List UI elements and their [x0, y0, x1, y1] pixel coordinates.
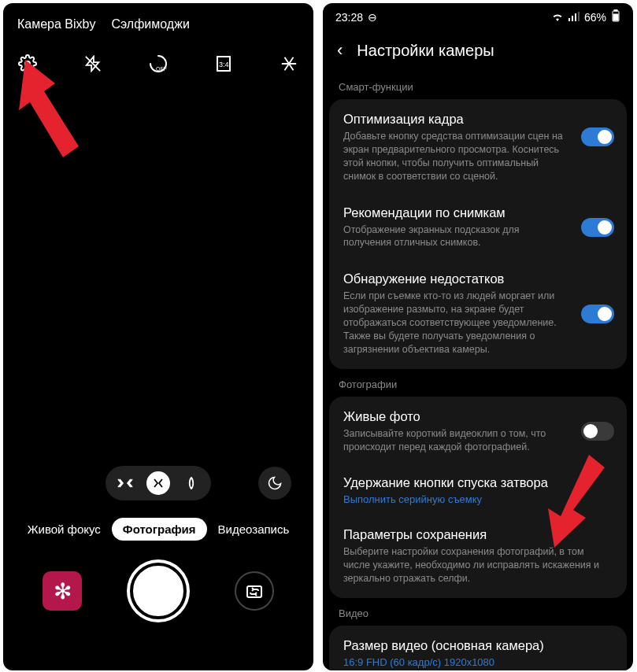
dnd-icon: ⊖ [368, 11, 377, 24]
svg-point-0 [25, 61, 30, 66]
row-video-size[interactable]: Размер видео (основная камера) 16:9 FHD … [329, 627, 627, 670]
zoom-row [3, 466, 313, 500]
status-time: 23:28 [335, 11, 363, 24]
section-video-label: Видео [323, 598, 633, 626]
photos-card: Живые фото Записывайте короткий видеокли… [329, 397, 627, 598]
row-link: 16:9 FHD (60 кадр/с) 1920x1080 [343, 656, 613, 668]
svg-rect-14 [572, 16, 573, 21]
camera-toolbar: OFF 3:4 [3, 39, 313, 88]
gear-icon[interactable] [17, 54, 38, 74]
signal-icon [568, 11, 580, 24]
row-motion-photo[interactable]: Живые фото Записывайте короткий видеокли… [329, 398, 627, 465]
svg-line-5 [285, 57, 290, 64]
tab-selfimoji[interactable]: Сэлфимоджи [111, 17, 189, 31]
mode-livefocus[interactable]: Живой фокус [28, 522, 101, 536]
night-mode-icon[interactable] [258, 467, 291, 500]
page-title: Настройки камеры [357, 42, 494, 60]
svg-line-6 [289, 57, 294, 64]
toggle-flaw-detection[interactable] [581, 305, 614, 323]
svg-rect-15 [575, 13, 576, 21]
wide-lens-icon[interactable] [146, 471, 170, 495]
mode-selector[interactable]: Живой фокус Фотография Видеозапись [3, 500, 313, 555]
row-shot-suggestions[interactable]: Рекомендации по снимкам Отображение экра… [329, 194, 627, 261]
switch-camera-icon[interactable] [235, 571, 274, 611]
row-desc: Добавьте кнопку средства оптимизации сце… [343, 130, 613, 183]
section-smart-label: Смарт-функции [323, 72, 633, 99]
svg-line-10 [289, 64, 294, 70]
ultrawide-lens-icon[interactable] [113, 471, 137, 495]
row-title: Параметры сохранения [343, 527, 613, 542]
shutter-row: ✻ [3, 555, 313, 643]
svg-rect-18 [614, 9, 617, 11]
camera-top-tabs: Камера Bixby Сэлфимоджи [3, 3, 313, 39]
smart-card: Оптимизация кадра Добавьте кнопку средст… [329, 99, 627, 369]
svg-rect-16 [578, 12, 580, 21]
timer-off-icon[interactable]: OFF [148, 54, 169, 74]
flash-off-icon[interactable] [83, 54, 103, 74]
mode-photo[interactable]: Фотография [112, 518, 207, 541]
shutter-button[interactable] [130, 563, 187, 619]
aspect-ratio-icon[interactable]: 3:4 [213, 54, 234, 74]
row-title: Оптимизация кадра [343, 112, 613, 127]
toggle-scene-optimizer[interactable] [581, 127, 614, 146]
row-title: Рекомендации по снимкам [343, 205, 613, 220]
row-title: Удержание кнопки спуска затвора [343, 475, 613, 490]
svg-line-9 [285, 64, 290, 70]
gallery-thumbnail[interactable]: ✻ [43, 571, 82, 611]
camera-settings-screenshot: 23:28 ⊖ 66% ‹ Настройки камеры Смарт-фун… [323, 3, 633, 670]
row-save-options[interactable]: Параметры сохранения Выберите настройки … [329, 516, 627, 596]
battery-text: 66% [584, 11, 606, 24]
row-desc: Выберите настройки сохранения фотографий… [343, 545, 613, 585]
svg-text:OFF: OFF [156, 66, 167, 72]
filters-icon[interactable] [279, 54, 299, 74]
row-desc: Записывайте короткий видеоклип о том, чт… [343, 427, 613, 454]
camera-viewfinder[interactable] [3, 88, 313, 466]
svg-text:3:4: 3:4 [219, 61, 229, 68]
zoom-selector[interactable] [106, 466, 211, 500]
row-title: Живые фото [343, 409, 613, 424]
back-icon[interactable]: ‹ [337, 40, 343, 61]
svg-rect-11 [247, 586, 261, 597]
row-scene-optimizer[interactable]: Оптимизация кадра Добавьте кнопку средст… [329, 101, 627, 194]
row-flaw-detection[interactable]: Обнаружение недостатков Если при съемке … [329, 260, 627, 367]
video-card: Размер видео (основная камера) 16:9 FHD … [329, 626, 627, 670]
svg-rect-19 [613, 14, 618, 20]
battery-icon [611, 9, 620, 24]
mode-video[interactable]: Видеозапись [218, 522, 290, 536]
camera-app-screenshot: Камера Bixby Сэлфимоджи OFF 3:4 [3, 3, 313, 670]
row-title: Обнаружение недостатков [343, 271, 613, 286]
toggle-motion-photo[interactable] [581, 422, 614, 441]
toggle-shot-suggestions[interactable] [581, 218, 614, 237]
svg-rect-13 [568, 18, 570, 21]
row-hold-shutter[interactable]: Удержание кнопки спуска затвора Выполнит… [329, 464, 627, 516]
section-photos-label: Фотографии [323, 369, 633, 397]
settings-header: ‹ Настройки камеры [323, 28, 633, 72]
row-link: Выполнить серийную съемку [343, 493, 613, 505]
tele-lens-icon[interactable] [180, 471, 203, 495]
row-desc: Отображение экранных подсказок для получ… [343, 223, 613, 250]
row-title: Размер видео (основная камера) [343, 638, 613, 653]
tab-bixby[interactable]: Камера Bixby [17, 17, 95, 31]
wifi-icon [551, 11, 564, 24]
row-desc: Если при съемке кто-то из людей моргает … [343, 290, 613, 356]
status-bar: 23:28 ⊖ 66% [323, 3, 633, 28]
